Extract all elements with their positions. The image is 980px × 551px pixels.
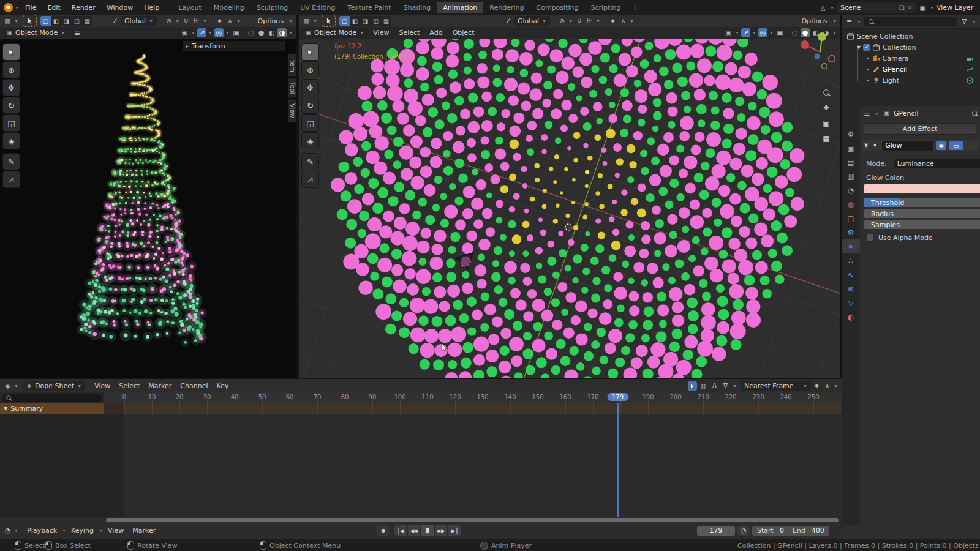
tool-annotate[interactable]: ✎ [3,154,20,170]
properties-tab-tool[interactable]: ⚙ [842,127,860,141]
chevron-down-icon[interactable]: ▾ [190,30,196,36]
jump-end-button[interactable]: ▶| [448,525,461,536]
row-disclosure-icon[interactable]: ▸ [867,78,870,83]
outliner-row[interactable]: ▸Camera [842,53,980,64]
chevron-down-icon[interactable]: ▾ [769,30,774,36]
select-set-button[interactable]: ▢ [40,16,51,26]
properties-tab-particles[interactable]: ∴ [842,253,860,268]
camera-data-icon[interactable] [966,54,974,62]
chevron-down-icon[interactable]: ▾ [874,111,880,116]
timeline-menu-view[interactable]: View [104,527,128,534]
mode-dropdown[interactable]: Luminance [894,159,980,168]
end-frame-field[interactable]: End 400 [793,527,824,534]
collapsed-menus-icon[interactable]: ≡ [72,28,81,37]
copy-icon[interactable]: ❏ [899,4,905,11]
jump-start-button[interactable]: |◀ [394,525,407,536]
shade-rendered-icon[interactable]: ◑ [277,28,287,37]
outliner-row[interactable]: Scene Collection [842,31,980,42]
chevron-down-icon[interactable]: ▾ [288,30,293,36]
slider-threshold[interactable]: Threshold [864,198,980,207]
chevron-down-icon[interactable]: ▾ [752,30,757,36]
search-icon[interactable] [972,111,978,116]
visibility-icon[interactable]: ◉ [180,28,189,37]
chevron-down-icon[interactable]: ▾ [98,528,104,533]
shade-material-icon[interactable]: ◐ [267,28,276,37]
add-workspace-button[interactable]: + [631,3,638,12]
viewport-right[interactable]: ▦▾▢◧◨◫▦∠Global▾⊘▾∩H·▾●∧▾Options▾▣Object … [299,15,842,378]
sidebar-tab-item[interactable]: Item [288,54,296,77]
timeline-menu-marker[interactable]: Marker [128,527,160,534]
chevron-down-icon[interactable]: ▾ [856,19,862,24]
tool-cursor-3d[interactable]: ⊕ [302,62,318,78]
properties-tab-view-layer[interactable]: ▥ [842,169,860,183]
expand-triangle-icon[interactable]: ▼ [857,45,861,50]
next-keyframe-button[interactable]: ●▶ [435,525,447,536]
overlays-icon[interactable]: ◎ [214,28,224,37]
chevron-down-icon[interactable]: ▾ [929,5,935,10]
shade-wireframe-icon[interactable]: ◌ [246,28,255,37]
properties-tab-output[interactable]: ▤ [842,155,860,169]
proportional-dot-icon[interactable]: ● [215,17,224,26]
chevron-down-icon[interactable]: ▾ [541,18,547,24]
chevron-down-icon[interactable]: ▾ [734,30,740,36]
viewport-visibility-toggle[interactable]: ▭ [949,141,963,150]
orientation-dropdown[interactable]: Global▾ [514,16,550,26]
properties-tab-render[interactable]: ▣ [842,141,860,155]
properties-tab-physics[interactable]: ∿ [842,268,860,282]
select-invert-button[interactable]: ◫ [371,16,381,26]
workspace-tab[interactable]: Animation [437,2,483,13]
current-frame-line[interactable] [617,403,619,517]
tool-move[interactable]: ✥ [3,80,20,96]
chevron-down-icon[interactable]: ▾ [13,383,19,389]
prev-keyframe-button[interactable]: ◀● [408,525,420,536]
chevron-down-icon[interactable]: ▾ [595,18,601,24]
options-dropdown[interactable]: Options▾ [797,17,837,25]
shade-wireframe-icon[interactable]: ◌ [790,28,799,37]
shade-solid-icon[interactable]: ● [257,28,266,37]
falloff-icon[interactable]: ∧ [225,17,235,26]
topbar-menu-item[interactable]: File [20,4,42,12]
xray-icon[interactable]: ▣ [775,28,785,37]
workspace-tab[interactable]: Compositing [530,2,585,13]
breadcrumb[interactable]: GPencil [894,110,919,118]
workspace-tab[interactable]: Shading [398,2,437,13]
axis-gizmo[interactable] [800,32,840,72]
view-layer-name[interactable]: View Layer [937,4,973,12]
chevron-down-icon[interactable]: ▾ [208,30,213,36]
editor-3d-viewport-icon[interactable]: ▦ [302,17,311,26]
chevron-down-icon[interactable]: ▾ [732,383,737,389]
light-data-icon[interactable] [966,77,974,84]
nav-camera-view-button[interactable]: ▣ [820,116,833,130]
tool-move[interactable]: ✥ [302,80,318,96]
workspace-tab[interactable]: UV Editing [294,2,341,13]
expand-triangle-icon[interactable]: ▼ [864,143,868,148]
snap-link-icon[interactable]: ⊘ [557,17,567,26]
properties-tab-object[interactable]: ▢ [842,211,860,225]
viewport-menu-add[interactable]: Add [425,29,447,37]
properties-tab-object-data[interactable]: ▽ [842,296,860,310]
slider-samples[interactable]: Samples [864,220,980,229]
tool-rotate[interactable]: ↻ [302,97,318,113]
select-invert-button[interactable]: ◫ [72,16,82,26]
tool-rotate[interactable]: ↻ [3,97,20,113]
nav-grid-view-button[interactable]: ▦ [820,132,833,145]
use-alpha-checkbox[interactable] [866,234,874,242]
tool-measure[interactable]: ⊿ [302,171,318,187]
close-icon[interactable]: ✕ [908,4,913,11]
chevron-down-icon[interactable]: ▾ [13,528,19,533]
sidebar-tab-view[interactable]: View [288,99,296,122]
falloff-icon[interactable]: ∧ [823,381,832,391]
dope-sheet-editor-icon[interactable]: ◈ [3,381,12,391]
dope-sheet-editor[interactable]: ◈ ▾ ◈ Dope Sheet ▾ ViewSelectMarkerChann… [0,378,842,522]
gizmo-icon[interactable]: ↗ [197,28,206,37]
chevron-down-icon[interactable]: ▾ [288,18,293,24]
chevron-down-icon[interactable]: ▾ [312,18,318,24]
workspace-tab[interactable]: Rendering [483,2,530,13]
chevron-down-icon[interactable]: ▾ [202,18,208,24]
chevron-down-icon[interactable]: ▾ [60,30,66,36]
select-extend-button[interactable]: ◧ [350,16,360,26]
falloff-icon[interactable]: ∧ [619,17,628,26]
pause-button[interactable] [421,525,434,536]
chevron-down-icon[interactable]: ▾ [61,528,67,533]
dope-menu-item[interactable]: Key [213,382,233,390]
